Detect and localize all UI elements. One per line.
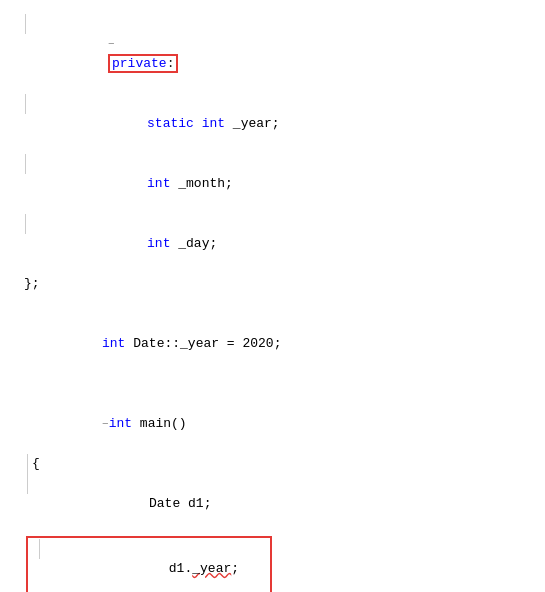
code-text-4: }; [20,274,545,294]
code-line-blank2 [12,374,545,394]
code-text-2: int _month; [26,154,545,214]
code-editor: − private: static int _year; int _month; [0,0,545,592]
code-text-dl-year: d1._year; [40,539,266,592]
code-line-3: int _day; [12,214,545,274]
code-line-4: }; [12,274,545,294]
code-line-2: int _month; [12,154,545,214]
code-line-1: static int _year; [12,94,545,154]
code-line-main: −int main() [12,394,545,454]
fold-icon[interactable]: − [108,38,115,50]
code-text-d1: Date d1; [28,474,545,534]
code-line-5: int Date::_year = 2020; [12,314,545,374]
code-text-main: −int main() [20,394,545,454]
code-text-brace: { [28,454,545,474]
code-text-5: int Date::_year = 2020; [20,314,545,374]
fold-main-icon[interactable]: − [102,418,109,430]
private-keyword-box: private: [108,54,178,73]
code-line-dl-year: d1._year; [28,538,270,592]
main-container: − private: static int _year; int _month; [0,0,545,592]
code-text: − private: [26,14,545,94]
code-line-d1: Date d1; [12,474,545,534]
code-line-private: − private: [12,14,545,94]
red-box-group: d1._year; Date::_year; [26,536,272,592]
code-text-3: int _day; [26,214,545,274]
code-line-brace-open: { [12,454,545,474]
code-line-blank1 [12,294,545,314]
code-text-1: static int _year; [26,94,545,154]
